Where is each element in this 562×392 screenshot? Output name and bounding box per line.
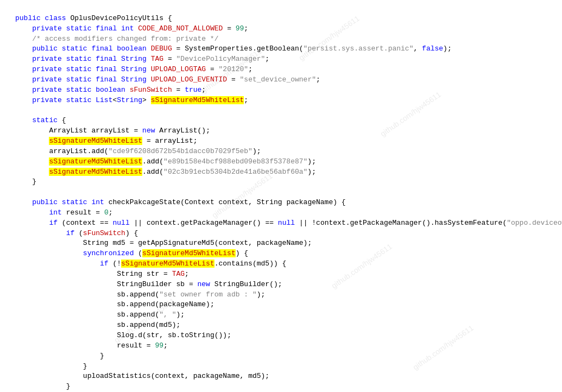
code-line-27: String str = TAG;: [0, 269, 562, 280]
code-line-33: Slog.d(str, sb.toString());: [0, 331, 562, 341]
code-line-24: String md5 = getAppSignatureMd5(context,…: [0, 238, 562, 249]
code-line-21: int result = 0;: [0, 208, 562, 218]
code-line-8: private static final String UPLOAD_LOG_E…: [0, 75, 562, 85]
code-line-5: public static final boolean DEBUG = Syst…: [0, 44, 562, 54]
code-line-19: [0, 187, 562, 198]
code-line-17: sSignatureMd5WhiteList.add("02c3b91ecb53…: [0, 167, 562, 178]
code-line-34: result = 99;: [0, 341, 562, 351]
code-line-30: sb.append(packageName);: [0, 300, 562, 310]
code-line-7: private static final String UPLOAD_LOGTA…: [0, 65, 562, 75]
code-line-20: public static int checkPakcageState(Cont…: [0, 198, 562, 208]
code-line-1: [0, 3, 562, 14]
code-line-36: }: [0, 362, 562, 372]
code-line-32: sb.append(md5);: [0, 320, 562, 331]
code-line-11: [0, 105, 562, 116]
code-line-13: ArrayList arrayList = new ArrayList();: [0, 126, 562, 136]
code-editor: github.com/hjw45611 github.com/hjw45611 …: [0, 0, 562, 392]
code-line-12: static {: [0, 116, 562, 126]
code-line-6: private static final String TAG = "Devic…: [0, 54, 562, 65]
code-line-29: sb.append("set owner from adb : ");: [0, 290, 562, 300]
code-line-31: sb.append(", ");: [0, 310, 562, 320]
code-line-4: /* access modifiers changed from: privat…: [0, 34, 562, 45]
code-line-15: arrayList.add("cde9f6208d672b54b1dacc0b7…: [0, 147, 562, 157]
code-line-9: private static boolean sFunSwitch = true…: [0, 85, 562, 96]
code-line-2: public class OplusDevicePolicyUtils {: [0, 14, 562, 24]
code-line-28: StringBuilder sb = new StringBuilder();: [0, 280, 562, 290]
code-line-16: sSignatureMd5WhiteList.add("e89b158e4bcf…: [0, 157, 562, 167]
code-line-38: }: [0, 382, 562, 392]
code-line-37: uploadStatistics(context, packageName, m…: [0, 371, 562, 382]
code-line-35: }: [0, 351, 562, 362]
code-line-23: if (sFunSwitch) {: [0, 229, 562, 239]
code-line-14: sSignatureMd5WhiteList = arrayList;: [0, 136, 562, 147]
code-line-3: private static final int CODE_ADB_NOT_AL…: [0, 24, 562, 34]
code-line-22: if (context == null || context.getPackag…: [0, 218, 562, 229]
code-line-10: private static List<String> sSignatureMd…: [0, 96, 562, 106]
code-line-26: if (!sSignatureMd5WhiteList.contains(md5…: [0, 259, 562, 269]
code-line-25: synchronized (sSignatureMd5WhiteList) {: [0, 249, 562, 259]
code-line-18: }: [0, 177, 562, 187]
